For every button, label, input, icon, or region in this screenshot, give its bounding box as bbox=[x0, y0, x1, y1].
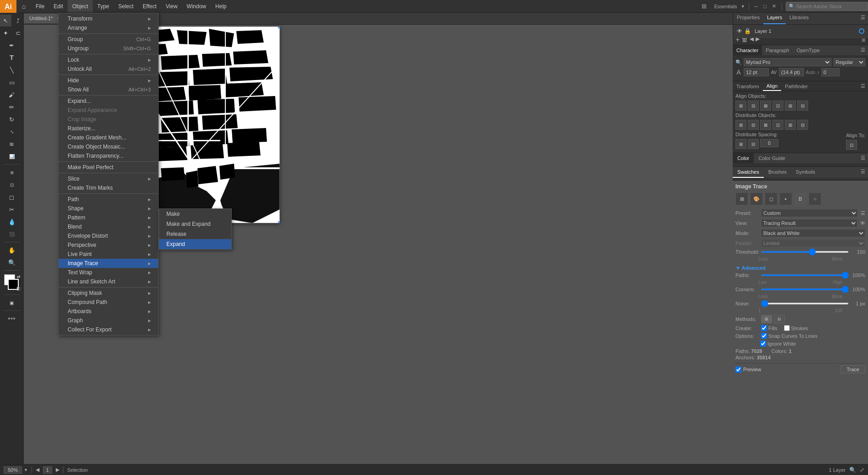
window-close[interactable]: ✕ bbox=[770, 3, 778, 9]
preset-select[interactable]: Custom bbox=[761, 209, 858, 217]
it-auto-btn[interactable]: ⊞ bbox=[735, 192, 748, 205]
menu-graph[interactable]: Graph bbox=[59, 316, 158, 325]
menu-blend[interactable]: Blend bbox=[59, 222, 158, 231]
eyedropper-tool[interactable]: 💧 bbox=[6, 216, 18, 228]
dist-space-h-btn[interactable]: ⊞ bbox=[735, 139, 746, 149]
window-minimize[interactable]: ─ bbox=[753, 4, 760, 9]
menu-artboards[interactable]: Artboards bbox=[59, 307, 158, 316]
zoom-input[interactable] bbox=[4, 466, 22, 474]
menu-clipping-mask[interactable]: Clipping Mask bbox=[59, 288, 158, 298]
menu-arrange[interactable]: Arrange bbox=[59, 23, 158, 32]
leading-input[interactable] bbox=[779, 68, 804, 76]
menu-perspective[interactable]: Perspective bbox=[59, 240, 158, 250]
dist-left-btn[interactable]: ⊞ bbox=[735, 120, 746, 130]
scissors-tool[interactable]: ✂ bbox=[6, 203, 18, 215]
menu-line-sketch-art[interactable]: Line and Sketch Art bbox=[59, 277, 158, 286]
tab-layers[interactable]: Layers bbox=[763, 13, 786, 24]
fills-checkbox[interactable] bbox=[761, 325, 767, 331]
rotate-tool[interactable]: ↻ bbox=[6, 113, 18, 125]
tab-align[interactable]: Align bbox=[763, 82, 781, 91]
lasso-tool[interactable]: ⊂ bbox=[12, 27, 24, 39]
artboard-rearrange[interactable]: ⊞ bbox=[862, 37, 865, 43]
menu-envelope-distort[interactable]: Envelope Distort bbox=[59, 231, 158, 240]
it-blackwhite-btn[interactable]: B bbox=[794, 192, 807, 205]
corners-slider[interactable] bbox=[761, 288, 849, 290]
menu-transform[interactable]: Transform bbox=[59, 14, 158, 23]
page-input[interactable] bbox=[43, 466, 52, 474]
pencil-tool[interactable]: ✏ bbox=[6, 101, 18, 113]
tab-libraries[interactable]: Libraries bbox=[786, 13, 812, 24]
tab-swatches[interactable]: Swatches bbox=[733, 167, 764, 178]
menu-path[interactable]: Path bbox=[59, 195, 158, 204]
line-tool[interactable]: ╲ bbox=[6, 64, 18, 76]
search-box[interactable]: 🔍 Search Adobe Stock bbox=[786, 2, 868, 11]
zoom-chevron[interactable]: ▼ bbox=[24, 468, 28, 472]
menu-pattern[interactable]: Pattern bbox=[59, 213, 158, 222]
dist-right-btn[interactable]: ⊠ bbox=[760, 120, 771, 130]
trace-button[interactable]: Trace bbox=[841, 365, 865, 374]
menu-help[interactable]: Help bbox=[211, 0, 231, 12]
align-center-v-btn[interactable]: ⊞ bbox=[785, 101, 796, 111]
menu-group[interactable]: GroupCtrl+G bbox=[59, 35, 158, 44]
change-screen-mode[interactable]: ▣ bbox=[6, 297, 18, 309]
menu-effect[interactable]: Effect bbox=[138, 0, 161, 12]
font-family-select[interactable]: Myriad Pro bbox=[744, 58, 831, 66]
dist-center-h-btn[interactable]: ⊟ bbox=[748, 120, 759, 130]
menu-window[interactable]: Window bbox=[182, 0, 211, 12]
align-to-btn[interactable]: ⊡ bbox=[846, 140, 857, 150]
layout-selector[interactable]: ⊞ bbox=[698, 3, 710, 10]
menu-create-trim-marks[interactable]: Create Trim Marks bbox=[59, 183, 158, 192]
hand-tool[interactable]: ✋ bbox=[6, 244, 18, 256]
tab-color-guide[interactable]: Color Guide bbox=[754, 153, 790, 163]
layers-panel-menu[interactable]: ☰ bbox=[858, 13, 868, 24]
advanced-toggle[interactable]: ▼ Advanced bbox=[735, 265, 865, 271]
menu-expand-appearance[interactable]: Expand Appearance bbox=[59, 106, 158, 115]
layer-lock-icon[interactable]: 🔒 bbox=[744, 28, 751, 34]
tab-brushes[interactable]: Brushes bbox=[764, 167, 791, 178]
swatch-panel-menu[interactable]: ☰ bbox=[858, 167, 868, 178]
menu-slice[interactable]: Slice bbox=[59, 174, 158, 183]
menu-show-all[interactable]: Show AllAlt+Ctrl+3 bbox=[59, 85, 158, 94]
page-nav-next[interactable]: ▶ bbox=[56, 467, 59, 473]
status-bar-zoom-fit[interactable]: ⤢ bbox=[860, 467, 864, 473]
menu-create-gradient-mesh[interactable]: Create Gradient Mesh... bbox=[59, 133, 158, 142]
preset-menu-icon[interactable]: ☰ bbox=[861, 210, 865, 216]
tab-color[interactable]: Color bbox=[733, 153, 754, 163]
menu-image-trace[interactable]: Image Trace bbox=[59, 259, 158, 268]
paintbrush-tool[interactable]: 🖌 bbox=[6, 89, 18, 101]
menu-unlock-all[interactable]: Unlock AllAlt+Ctrl+2 bbox=[59, 64, 158, 74]
direct-selection-tool[interactable]: ⤴ bbox=[12, 15, 24, 27]
status-bar-search[interactable]: 🔍 bbox=[849, 467, 856, 473]
it-lowcolor-btn[interactable]: ◻ bbox=[765, 192, 777, 205]
tab-transform[interactable]: Transform bbox=[733, 82, 763, 91]
view-select[interactable]: Tracing Result bbox=[761, 219, 857, 227]
color-panel-menu[interactable]: ☰ bbox=[858, 153, 868, 163]
method-abutting-btn[interactable]: ⊞ bbox=[761, 315, 772, 323]
font-size-input[interactable] bbox=[744, 68, 769, 76]
more-tools[interactable]: ••• bbox=[6, 313, 18, 325]
menu-create-object-mosaic[interactable]: Create Object Mosaic... bbox=[59, 142, 158, 151]
essentials-chevron[interactable]: ▼ bbox=[741, 4, 745, 9]
tab-character[interactable]: Character bbox=[733, 45, 762, 55]
gradient-tool[interactable]: ⬛ bbox=[6, 228, 18, 240]
threshold-slider[interactable] bbox=[761, 251, 849, 253]
tab-opentype[interactable]: OpenType bbox=[793, 45, 824, 55]
menu-compound-path[interactable]: Compound Path bbox=[59, 298, 158, 307]
menu-hide[interactable]: Hide bbox=[59, 76, 158, 85]
dist-bottom-btn[interactable]: ⊟ bbox=[797, 120, 808, 130]
menu-collect-for-export[interactable]: Collect For Export bbox=[59, 325, 158, 334]
dist-top-btn[interactable]: ⊡ bbox=[772, 120, 783, 130]
swap-colors[interactable]: ⇄ bbox=[17, 274, 21, 279]
magic-wand-tool[interactable]: ✦ bbox=[0, 27, 11, 39]
font-style-select[interactable]: Regular bbox=[833, 58, 865, 66]
noise-slider[interactable] bbox=[761, 303, 849, 304]
submenu-make[interactable]: Make bbox=[159, 209, 231, 219]
align-left-btn[interactable]: ⊞ bbox=[735, 101, 746, 111]
symbol-sprayer-tool[interactable]: ⊛ bbox=[6, 166, 18, 178]
view-eye-icon[interactable]: 👁 bbox=[860, 220, 865, 226]
paths-slider[interactable] bbox=[761, 274, 849, 276]
scale-tool[interactable]: ⤡ bbox=[6, 126, 18, 138]
menu-text-wrap[interactable]: Text Wrap bbox=[59, 268, 158, 277]
menu-type[interactable]: Type bbox=[93, 0, 114, 12]
ignore-white-checkbox[interactable] bbox=[760, 341, 766, 347]
